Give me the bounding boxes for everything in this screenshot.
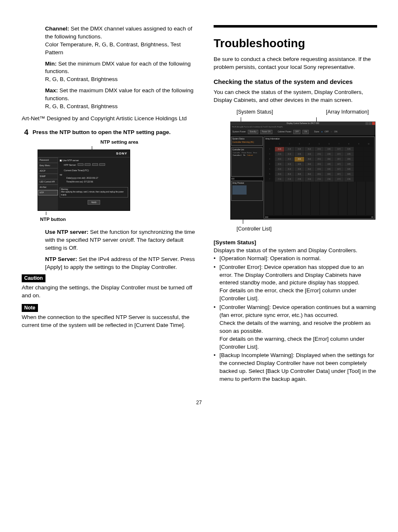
sidebar-item: Password [38, 157, 58, 163]
label-system-status: [System Status] [237, 109, 273, 116]
term: Channel: [45, 25, 69, 32]
callout-tick [316, 117, 317, 122]
page-number: 27 [21, 399, 377, 406]
callout-tick [241, 117, 241, 122]
def-ntp-server: NTP Server: Set the IPv4 address of the … [33, 256, 197, 271]
min-icon [365, 122, 368, 125]
callout-tick [46, 212, 46, 215]
term: NTP Server: [45, 256, 77, 262]
preview-grid [232, 185, 247, 195]
time-line: Time(hh:mm:ss): 07:22:56 [60, 180, 128, 184]
callout-tick [92, 146, 92, 149]
ntp-settings-screenshot: SONY Password Easy Menu ADCP SNMP LED Co… [38, 149, 130, 211]
ntp-server-label: NTP Server: [64, 164, 76, 166]
system-status-desc: Displays the status of the system and Di… [214, 247, 377, 255]
system-status-panel: System Status Controller Warning (#1) [231, 137, 263, 146]
apply-button: Apply [88, 200, 101, 205]
on-button: ON [302, 130, 309, 134]
figure-caption-bottom: NTP button [40, 216, 197, 223]
section-divider [214, 25, 377, 28]
section-heading: Checking the status of the system and de… [214, 77, 377, 86]
sidebar-item: SNMP [38, 174, 58, 179]
artnet-credit: Art-Net™ Designed by and Copyright Artis… [22, 115, 197, 123]
sidebar-item: ADCP [38, 168, 58, 174]
note-badge: Note [22, 304, 38, 312]
cabinet-power-label: Cabinet Power [278, 130, 292, 133]
scrollbar [264, 216, 374, 218]
power-on-button: Power ON [260, 130, 272, 134]
def-body: Set the minimum DMX value for each of th… [45, 61, 191, 75]
max-icon [369, 122, 372, 125]
label-array-info: [Array Information] [326, 109, 369, 116]
note-text: When the connection to the specified NTP… [22, 314, 197, 329]
panel-header: Controller List [232, 149, 262, 151]
def-body: Set the maximum DMX value for each of th… [45, 87, 194, 101]
panel-header: Array Information [264, 137, 374, 141]
system-power-label: System Power [232, 130, 246, 133]
panel-header: Array Preview [232, 182, 262, 185]
callout-tick [243, 220, 243, 224]
panel-header: System Status [232, 138, 262, 140]
term: Use NTP server: [45, 229, 88, 235]
close-icon [372, 122, 375, 125]
window-titlebar: Display Control Software for ZRCT-300 [230, 122, 375, 125]
page-title: Troubleshooting [214, 35, 377, 51]
section-intro: You can check the status of the system, … [214, 89, 377, 104]
checkbox-icon [60, 160, 62, 162]
left-column: Channel: Set the DMX channel values assi… [21, 25, 197, 387]
sidebar: Password Easy Menu ADCP SNMP LED Control… [38, 157, 58, 210]
def-channel: Channel: Set the DMX channel values assi… [33, 25, 197, 57]
term: Max: [45, 87, 58, 94]
def-min: Min: Set the minimum DMX value for each … [33, 60, 197, 84]
bullet-backup-incomplete: [Backup Incomplete Warning]: Displayed w… [214, 352, 377, 383]
brand-logo: SONY [116, 151, 127, 156]
controller-list-panel: Controller List Controller Power Status … [231, 147, 263, 177]
menu-bar: File(F) Array(A) Function(U) Installatio… [230, 125, 375, 129]
store-label: Store [314, 130, 319, 133]
caution-text: After changing the settings, the Display… [22, 284, 197, 300]
figure-labels-top: [System Status] [Array Information] [214, 109, 377, 116]
subhead-system-status: [System Status] [214, 239, 377, 247]
window-title: Display Control Software for ZRCT-300 [287, 122, 319, 125]
step-4: 4 Press the NTP button to open the NTP s… [24, 129, 197, 137]
intro: Be sure to conduct a check before reques… [214, 56, 377, 71]
two-column-layout: Channel: Set the DMX channel values assi… [21, 25, 377, 387]
sidebar-item-ntp: NTP [38, 190, 58, 195]
standby-button: Standby [248, 130, 258, 134]
bullet-controller-warning: [Controller Warning]: Device operation c… [214, 304, 377, 351]
sidebar-item: Easy Menu [38, 163, 58, 168]
warning-box: Warning: After applying the settings, wa… [60, 187, 128, 198]
array-preview-panel: Array Preview [231, 181, 263, 201]
toolbar: System Power Standby Power ON Cabinet Po… [230, 129, 375, 136]
def-sub: Color Temperature, R, G, B, Contrast, Br… [45, 41, 197, 57]
ip-inputs: ... [77, 164, 106, 166]
def-max: Max: Set the maximum DMX value for each … [33, 87, 197, 111]
figure-caption-top: NTP setting area [33, 139, 197, 145]
status-text: Controller Warning (#1) [232, 141, 262, 144]
off-button: OFF [293, 130, 300, 134]
label-controller-list: [Controller List] [214, 225, 377, 233]
step-number: 4 [24, 129, 28, 137]
scrollbar [230, 177, 264, 180]
caution-badge: Caution [22, 274, 45, 282]
status-bullets: [Operation Normal]: Operation is normal.… [214, 255, 377, 383]
def-use-ntp: Use NTP server: Set the function for syn… [33, 228, 197, 252]
bullet-operation-normal: [Operation Normal]: Operation is normal. [214, 255, 377, 263]
main-panel: Use NTP server NTP Server: ... Current D… [58, 157, 130, 210]
sidebar-item: Art-Net [38, 185, 58, 190]
bullet-controller-error: [Controller Error]: Device operation has… [214, 263, 377, 303]
current-time-label: Current Date Time(UTC) [60, 169, 128, 172]
main-screen-screenshot: Display Control Software for ZRCT-300 Fi… [230, 122, 375, 220]
sidebar-item: LED Control API [38, 179, 58, 185]
def-sub: R, G, B, Contrast, Brightness [45, 103, 197, 111]
array-info-panel: Array Information 123456789101[1-1][1-2]… [264, 137, 375, 219]
term: Min: [45, 61, 57, 67]
step-text: Press the NTP button to open the NTP set… [33, 129, 171, 137]
def-sub: R, G, B, Contrast, Brightness [45, 76, 197, 84]
date-line: Date(yyyy-mm-dd): 2022-06-17 [60, 177, 128, 180]
empty-grid [265, 182, 373, 215]
right-column: Troubleshooting Be sure to conduct a che… [214, 25, 377, 387]
use-ntp-label: Use NTP server [63, 159, 79, 162]
warn-body: After applying the settings, wait 1 minu… [61, 191, 127, 196]
